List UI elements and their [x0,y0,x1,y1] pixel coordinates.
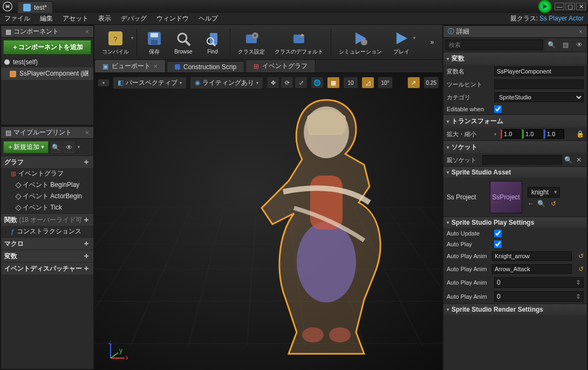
view-options-button[interactable]: 👁 [64,142,74,153]
viewport-options-button[interactable]: ▾ [98,79,110,87]
auto-anim-frame-input[interactable]: 0⇕ [494,277,584,288]
section-render-settings[interactable]: Sprite Studio Render Settings [443,304,587,315]
menu-edit[interactable]: 編集 [40,14,53,23]
scale-snap-toggle[interactable]: ↗ [407,77,420,89]
angle-snap-toggle[interactable]: ◿ [361,77,374,89]
add-icon[interactable]: ＋ [83,239,90,248]
event-item[interactable]: イベント ActorBegin [1,191,93,202]
event-item[interactable]: イベント Tick [1,202,93,213]
close-icon[interactable]: × [579,28,583,36]
class-defaults-button[interactable]: クラスのデフォルト [270,28,327,57]
variable-name-input[interactable] [494,66,584,76]
grid-snap-toggle[interactable]: ▦ [327,77,340,89]
section-ssasset[interactable]: Sprite Studio Asset [443,167,587,178]
scale-z-input[interactable] [544,129,564,139]
add-icon[interactable]: ＋ [83,251,90,261]
reset-icon[interactable]: ↺ [551,200,556,207]
auto-anim-name-input[interactable] [492,264,572,274]
grid-snap-value[interactable]: 10 [343,77,358,89]
rotate-tool-button[interactable]: ⟳ [281,77,293,89]
editable-checkbox[interactable] [494,105,502,113]
clear-icon[interactable]: ✕ [574,155,584,165]
tab-viewport[interactable]: ▣ビューポート× [94,59,166,72]
menu-view[interactable]: 表示 [98,14,111,23]
parent-socket-input[interactable] [482,155,562,165]
macros-section[interactable]: マクロ＋ [1,237,93,250]
section-variables[interactable]: 変数 [443,52,587,65]
auto-update-checkbox[interactable] [494,230,502,237]
coordinate-toggle[interactable]: 🌐 [311,77,324,89]
add-icon[interactable]: ＋ [83,264,90,273]
menu-asset[interactable]: アセット [63,14,88,23]
close-icon[interactable]: × [85,28,89,36]
viewport[interactable]: x z y ▾ ◧パースペクティブ▾ ◉ライティングあり▾ ✥ ⟳ ⤢ 🌐 ▦ … [94,73,442,370]
variables-section[interactable]: 変数＋ [1,250,93,262]
search-icon[interactable]: 🔍 [545,39,557,50]
toolbar-overflow-button[interactable]: » [425,35,439,49]
perspective-button[interactable]: ◧パースペクティブ▾ [113,77,187,89]
add-component-button[interactable]: ＋コンポーネントを追加 [3,40,91,55]
play-button[interactable]: ▼ プレイ [387,28,415,57]
dispatchers-section[interactable]: イベントディスパッチャー＋ [1,262,93,274]
menu-window[interactable]: ウィンドウ [156,14,189,23]
close-icon[interactable]: × [85,129,89,137]
spinner-icon[interactable]: ⇕ [576,279,581,286]
find-button[interactable]: Find [199,29,227,56]
scale-y-input[interactable] [522,129,543,139]
auto-anim-loop-input[interactable]: 0⇕ [494,291,584,302]
lock-icon[interactable]: 🔒 [576,130,584,138]
section-transform[interactable]: トランスフォーム [443,115,587,127]
search-icon[interactable]: 🔍 [563,155,573,165]
details-search-input[interactable] [445,39,543,50]
tooltip-input[interactable] [494,79,584,89]
functions-section[interactable]: 関数 (18 オーバーライド可＋ [1,213,93,226]
reset-icon[interactable]: ↺ [578,265,584,273]
graph-section[interactable]: グラフ＋ [1,156,93,168]
tab-construction[interactable]: Construction Scrip [167,61,244,72]
component-ssplayer[interactable]: SsPlayerComponent (継 [1,68,93,80]
auto-anim-pack-input[interactable] [492,251,572,261]
section-play-settings[interactable]: Sprite Studio Play Settings [443,217,587,228]
search-button[interactable]: 🔍 [51,142,61,153]
view-options-button[interactable]: 👁 [573,39,585,50]
menu-help[interactable]: ヘルプ [199,14,218,23]
move-tool-button[interactable]: ✥ [266,77,279,89]
eventgraph-item[interactable]: ⊞イベントグラフ [1,168,93,179]
add-icon[interactable]: ＋ [83,215,90,225]
use-selected-icon[interactable]: ← [528,200,534,207]
compile-button[interactable]: ? ▼ コンパイル [98,28,133,57]
component-root[interactable]: test(self) [1,57,93,68]
close-button[interactable]: ✕ [576,3,586,10]
spinner-icon[interactable]: ⇕ [576,293,581,300]
add-icon[interactable]: ＋ [83,157,90,167]
minimize-button[interactable]: — [555,3,564,10]
myblueprint-tab[interactable]: ▤ マイブループリント × [1,127,93,139]
lit-mode-button[interactable]: ◉ライティングあり▾ [190,77,263,89]
menu-debug[interactable]: デバッグ [121,14,147,23]
browse-button[interactable]: Browse [169,29,197,56]
save-button[interactable]: 保存 [140,28,168,57]
section-socket[interactable]: ソケット [443,141,587,153]
maximize-button[interactable]: ▢ [565,3,575,10]
document-tab[interactable]: test* [17,1,53,13]
marketplace-icon[interactable] [538,0,551,13]
matrix-view-button[interactable]: ▤ [559,39,571,50]
construction-script-item[interactable]: ƒコンストラクションス [1,226,93,237]
scale-tool-button[interactable]: ⤢ [295,77,307,89]
parent-class-link[interactable]: Ss Player Actor [539,15,584,22]
close-icon[interactable]: × [154,63,158,70]
category-select[interactable]: SpriteStudio [494,92,584,102]
browse-asset-icon[interactable]: 🔍 [537,200,545,207]
auto-play-checkbox[interactable] [494,240,502,248]
tab-eventgraph[interactable]: ⊞イベントグラフ [245,59,316,72]
class-settings-button[interactable]: クラス設定 [234,28,269,57]
components-tab[interactable]: ▦ コンポーネント × [1,26,93,38]
menu-file[interactable]: ファイル [4,14,30,23]
scale-x-input[interactable] [501,129,521,139]
asset-picker[interactable]: knight [528,187,560,198]
details-tab[interactable]: ⓘ 詳細 × [443,26,587,38]
simulate-button[interactable]: シミュレーション [334,28,386,57]
add-new-button[interactable]: ＋新規追加▼ [3,141,49,153]
asset-thumbnail[interactable]: SsProject [490,181,522,213]
angle-snap-value[interactable]: 10° [378,77,393,89]
